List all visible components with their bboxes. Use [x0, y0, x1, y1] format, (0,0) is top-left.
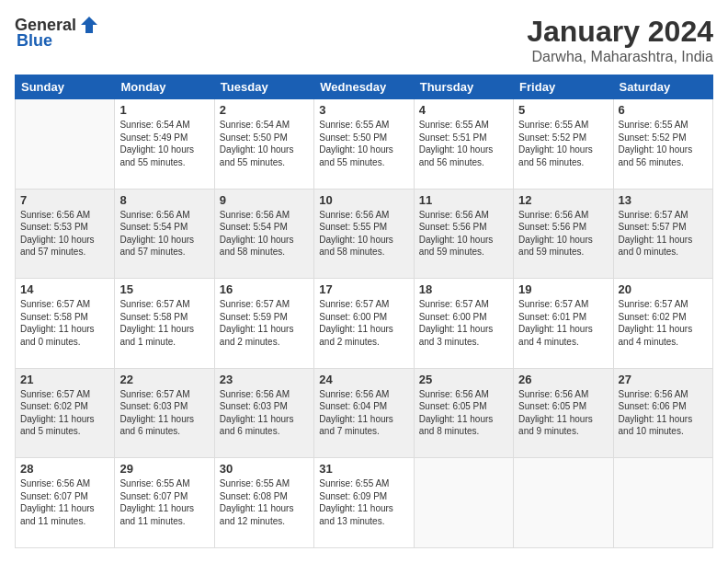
- day-info: Sunrise: 6:55 AM Sunset: 5:51 PM Dayligh…: [419, 119, 508, 168]
- day-number: 11: [419, 193, 508, 207]
- svg-marker-0: [81, 17, 97, 33]
- day-number: 4: [419, 103, 508, 117]
- day-number: 25: [419, 373, 508, 386]
- calendar-week-5: 28Sunrise: 6:56 AM Sunset: 6:07 PM Dayli…: [16, 458, 713, 548]
- day-info: Sunrise: 6:56 AM Sunset: 5:56 PM Dayligh…: [518, 209, 608, 259]
- day-number: 18: [419, 282, 508, 296]
- calendar-header-saturday: Saturday: [613, 75, 712, 99]
- day-info: Sunrise: 6:55 AM Sunset: 6:08 PM Dayligh…: [220, 477, 309, 527]
- day-number: 3: [319, 103, 408, 117]
- calendar-cell: 11Sunrise: 6:56 AM Sunset: 5:56 PM Dayli…: [414, 189, 513, 279]
- calendar-cell: 29Sunrise: 6:55 AM Sunset: 6:07 PM Dayli…: [115, 458, 214, 548]
- calendar-cell: 8Sunrise: 6:56 AM Sunset: 5:54 PM Daylig…: [115, 189, 214, 279]
- day-info: Sunrise: 6:57 AM Sunset: 6:03 PM Dayligh…: [119, 388, 209, 438]
- calendar-cell: 22Sunrise: 6:57 AM Sunset: 6:03 PM Dayli…: [115, 368, 214, 458]
- calendar-cell: 12Sunrise: 6:56 AM Sunset: 5:56 PM Dayli…: [514, 189, 613, 279]
- calendar-cell: 1Sunrise: 6:54 AM Sunset: 5:49 PM Daylig…: [115, 99, 214, 190]
- calendar-cell: 27Sunrise: 6:56 AM Sunset: 6:06 PM Dayli…: [613, 368, 712, 458]
- calendar-header-tuesday: Tuesday: [214, 75, 313, 99]
- calendar-cell: 2Sunrise: 6:54 AM Sunset: 5:50 PM Daylig…: [214, 99, 313, 190]
- day-number: 28: [20, 462, 109, 476]
- day-number: 16: [220, 282, 309, 296]
- day-number: 7: [20, 193, 109, 207]
- day-info: Sunrise: 6:57 AM Sunset: 5:58 PM Dayligh…: [119, 298, 209, 348]
- header: General Blue January 2024 Darwha, Mahara…: [15, 15, 713, 65]
- day-number: 22: [119, 373, 209, 386]
- main-container: General Blue January 2024 Darwha, Mahara…: [0, 0, 728, 563]
- calendar-cell: 3Sunrise: 6:55 AM Sunset: 5:50 PM Daylig…: [314, 99, 414, 190]
- calendar-header-wednesday: Wednesday: [314, 75, 414, 99]
- day-info: Sunrise: 6:57 AM Sunset: 6:02 PM Dayligh…: [619, 298, 708, 348]
- day-number: 24: [319, 373, 408, 386]
- month-title: January 2024: [527, 15, 713, 49]
- calendar-header-row: SundayMondayTuesdayWednesdayThursdayFrid…: [16, 75, 713, 99]
- day-number: 8: [119, 193, 209, 207]
- day-info: Sunrise: 6:57 AM Sunset: 5:59 PM Dayligh…: [220, 298, 309, 348]
- calendar-cell: [514, 458, 613, 548]
- calendar-table: SundayMondayTuesdayWednesdayThursdayFrid…: [15, 75, 713, 548]
- day-number: 1: [119, 103, 209, 117]
- calendar-header-monday: Monday: [115, 75, 214, 99]
- day-number: 23: [220, 373, 309, 386]
- day-info: Sunrise: 6:56 AM Sunset: 5:56 PM Dayligh…: [419, 209, 508, 259]
- calendar-cell: 13Sunrise: 6:57 AM Sunset: 5:57 PM Dayli…: [613, 189, 712, 279]
- day-number: 15: [119, 282, 209, 296]
- calendar-cell: [414, 458, 513, 548]
- day-info: Sunrise: 6:56 AM Sunset: 5:54 PM Dayligh…: [119, 209, 209, 259]
- location: Darwha, Maharashtra, India: [527, 49, 713, 65]
- calendar-week-3: 14Sunrise: 6:57 AM Sunset: 5:58 PM Dayli…: [16, 279, 713, 369]
- day-info: Sunrise: 6:56 AM Sunset: 5:53 PM Dayligh…: [20, 209, 109, 259]
- calendar-cell: 17Sunrise: 6:57 AM Sunset: 6:00 PM Dayli…: [314, 279, 414, 369]
- day-number: 21: [20, 373, 109, 386]
- calendar-week-4: 21Sunrise: 6:57 AM Sunset: 6:02 PM Dayli…: [16, 368, 713, 458]
- calendar-cell: 14Sunrise: 6:57 AM Sunset: 5:58 PM Dayli…: [16, 279, 115, 369]
- day-number: 31: [319, 462, 408, 476]
- calendar-header-friday: Friday: [514, 75, 613, 99]
- day-number: 27: [619, 373, 708, 386]
- calendar-cell: 10Sunrise: 6:56 AM Sunset: 5:55 PM Dayli…: [314, 189, 414, 279]
- calendar-week-2: 7Sunrise: 6:56 AM Sunset: 5:53 PM Daylig…: [16, 189, 713, 279]
- day-number: 9: [220, 193, 309, 207]
- day-info: Sunrise: 6:57 AM Sunset: 5:57 PM Dayligh…: [619, 209, 708, 259]
- day-number: 19: [518, 282, 608, 296]
- day-number: 26: [518, 373, 608, 386]
- day-info: Sunrise: 6:57 AM Sunset: 6:00 PM Dayligh…: [419, 298, 508, 348]
- calendar-cell: [613, 458, 712, 548]
- calendar-cell: 7Sunrise: 6:56 AM Sunset: 5:53 PM Daylig…: [16, 189, 115, 279]
- calendar-week-1: 1Sunrise: 6:54 AM Sunset: 5:49 PM Daylig…: [16, 99, 713, 190]
- logo: General Blue: [15, 15, 100, 51]
- day-info: Sunrise: 6:56 AM Sunset: 6:07 PM Dayligh…: [20, 477, 109, 527]
- day-number: 13: [619, 193, 708, 207]
- calendar-cell: 25Sunrise: 6:56 AM Sunset: 6:05 PM Dayli…: [414, 368, 513, 458]
- day-number: 30: [220, 462, 309, 476]
- day-number: 12: [518, 193, 608, 207]
- logo-blue: Blue: [17, 31, 52, 51]
- day-info: Sunrise: 6:55 AM Sunset: 5:50 PM Dayligh…: [319, 119, 408, 168]
- day-info: Sunrise: 6:57 AM Sunset: 6:00 PM Dayligh…: [319, 298, 408, 348]
- day-number: 5: [518, 103, 608, 117]
- calendar-cell: 6Sunrise: 6:55 AM Sunset: 5:52 PM Daylig…: [613, 99, 712, 190]
- calendar-cell: 4Sunrise: 6:55 AM Sunset: 5:51 PM Daylig…: [414, 99, 513, 190]
- day-info: Sunrise: 6:56 AM Sunset: 5:54 PM Dayligh…: [220, 209, 309, 259]
- day-info: Sunrise: 6:56 AM Sunset: 6:04 PM Dayligh…: [319, 388, 408, 438]
- day-info: Sunrise: 6:55 AM Sunset: 5:52 PM Dayligh…: [619, 119, 708, 168]
- day-number: 29: [119, 462, 209, 476]
- day-number: 17: [319, 282, 408, 296]
- day-info: Sunrise: 6:56 AM Sunset: 6:05 PM Dayligh…: [518, 388, 608, 438]
- calendar-cell: 15Sunrise: 6:57 AM Sunset: 5:58 PM Dayli…: [115, 279, 214, 369]
- calendar-cell: 30Sunrise: 6:55 AM Sunset: 6:08 PM Dayli…: [214, 458, 313, 548]
- calendar-cell: 18Sunrise: 6:57 AM Sunset: 6:00 PM Dayli…: [414, 279, 513, 369]
- day-info: Sunrise: 6:55 AM Sunset: 6:09 PM Dayligh…: [319, 477, 408, 527]
- calendar-cell: 24Sunrise: 6:56 AM Sunset: 6:04 PM Dayli…: [314, 368, 414, 458]
- calendar-cell: [16, 99, 115, 190]
- calendar-cell: 19Sunrise: 6:57 AM Sunset: 6:01 PM Dayli…: [514, 279, 613, 369]
- day-info: Sunrise: 6:55 AM Sunset: 5:52 PM Dayligh…: [518, 119, 608, 168]
- day-number: 20: [619, 282, 708, 296]
- day-number: 14: [20, 282, 109, 296]
- day-number: 2: [220, 103, 309, 117]
- calendar-cell: 26Sunrise: 6:56 AM Sunset: 6:05 PM Dayli…: [514, 368, 613, 458]
- logo-icon: [79, 15, 99, 35]
- calendar-header-sunday: Sunday: [16, 75, 115, 99]
- day-info: Sunrise: 6:57 AM Sunset: 6:02 PM Dayligh…: [20, 388, 109, 438]
- calendar-cell: 23Sunrise: 6:56 AM Sunset: 6:03 PM Dayli…: [214, 368, 313, 458]
